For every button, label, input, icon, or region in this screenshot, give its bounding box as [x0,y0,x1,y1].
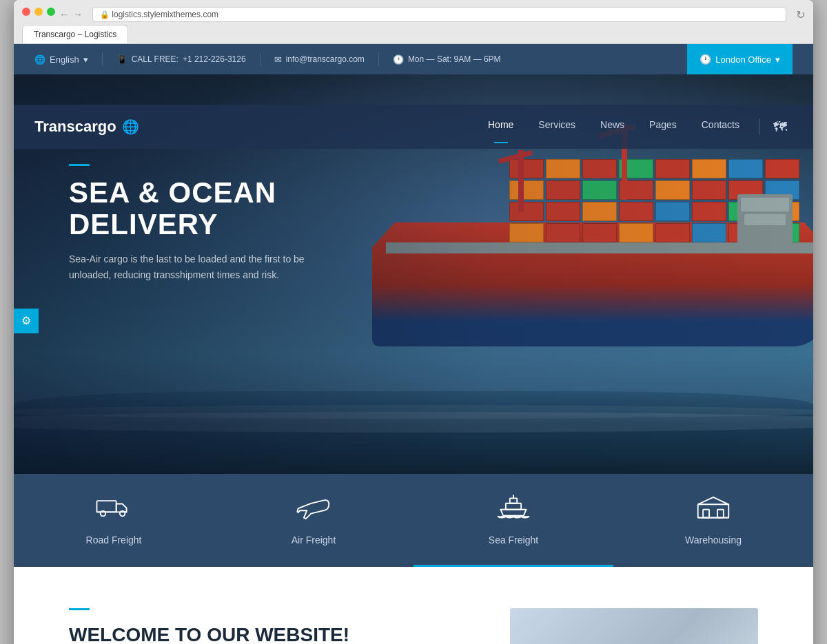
meeting-illustration [510,608,758,644]
office-chevron-icon: ▾ [775,54,780,65]
phone-number: +1 212-226-3126 [183,54,246,64]
divider-1 [102,52,103,66]
lock-icon: 🔒 [100,10,110,19]
services-bar: Road Freight Air Freight [14,474,813,567]
back-arrow[interactable]: ← [59,9,69,20]
svg-rect-11 [703,510,709,518]
logo-text: Transcargo [34,118,116,136]
ship-icon [496,493,531,525]
nav-home[interactable]: Home [477,114,524,141]
browser-tab[interactable]: Transcargo – Logistics [22,25,128,43]
welcome-accent-line [69,608,90,610]
website: 🌐 English ▾ 📱 CALL FREE: +1 212-226-3126… [14,44,813,644]
service-air-freight[interactable]: Air Freight [214,474,414,567]
chevron-down-icon: ▾ [83,54,88,65]
svg-rect-7 [510,498,517,503]
call-label: CALL FREE: [132,54,178,64]
forward-arrow[interactable]: → [73,9,83,20]
air-freight-label: Air Freight [292,534,336,546]
browser-tab-bar: Transcargo – Logistics [22,22,805,43]
hours-contact: 🕐 Mon — Sat: 9AM — 6PM [393,54,501,65]
gear-button[interactable]: ⚙ [14,309,39,333]
nav-pages[interactable]: Pages [638,114,688,141]
truck-icon [96,493,132,525]
nav-links: Home Services News Pages Contacts 🗺 [477,114,793,141]
welcome-title: WELCOME TO OUR WEBSITE! [69,624,469,644]
clock-icon: 🕐 [393,54,404,65]
top-bar: 🌐 English ▾ 📱 CALL FREE: +1 212-226-3126… [14,44,813,74]
divider-2 [260,52,261,66]
phone-contact: 📱 CALL FREE: +1 212-226-3126 [116,54,246,65]
plane-icon [296,493,331,525]
hero-section: ⚙ Transcargo 🌐 Home Services News Pages … [14,74,813,567]
gear-icon: ⚙ [21,314,31,327]
divider-3 [378,52,379,66]
hero-title: SEA & OCEAN DELIVERY [69,177,345,240]
office-btn-wrapper: 🕐 London Office ▾ [687,44,793,74]
nav-news[interactable]: News [589,114,635,141]
svg-rect-6 [506,503,521,510]
service-sea-freight[interactable]: Sea Freight [414,474,613,567]
service-warehousing[interactable]: Warehousing [613,474,813,567]
svg-rect-0 [96,501,116,512]
welcome-text-block: WELCOME TO OUR WEBSITE! Transcargo makes… [69,608,469,644]
welcome-section: WELCOME TO OUR WEBSITE! Transcargo makes… [14,567,813,644]
browser-controls [22,8,55,16]
nav-contacts[interactable]: Contacts [691,114,751,141]
logo[interactable]: Transcargo 🌐 [34,118,139,136]
email-icon: ✉ [274,54,282,65]
phone-icon: 📱 [116,54,127,65]
warehouse-icon [695,493,731,525]
logo-globe-icon: 🌐 [122,118,139,135]
email-address: info@transcargo.com [286,54,365,64]
welcome-image [510,608,758,644]
hero-content: SEA & OCEAN DELIVERY Sea-Air cargo is th… [69,164,345,282]
nav-services[interactable]: Services [527,114,586,141]
main-nav: Transcargo 🌐 Home Services News Pages Co… [14,105,813,149]
hero-body: Sea-Air cargo is the last to be loaded a… [69,251,345,282]
map-icon[interactable]: 🗺 [768,114,793,141]
svg-rect-12 [717,510,724,518]
business-hours: Mon — Sat: 9AM — 6PM [408,54,501,64]
road-freight-label: Road Freight [86,534,142,546]
warehousing-label: Warehousing [685,534,742,546]
globe-icon: 🌐 [34,54,45,65]
office-btn-label: London Office [715,54,771,65]
language-label: English [50,54,79,65]
london-office-button[interactable]: 🕐 London Office ▾ [687,44,793,74]
address-bar[interactable]: 🔒 logistics.stylemixthemes.com [92,7,786,22]
browser-window: ← → 🔒 logistics.stylemixthemes.com ↻ Tra… [14,0,813,644]
browser-chrome: ← → 🔒 logistics.stylemixthemes.com ↻ Tra… [14,0,813,44]
sea-freight-label: Sea Freight [489,534,538,546]
close-dot[interactable] [22,8,30,16]
url-text: logistics.stylemixthemes.com [112,10,218,19]
hero-accent-line [69,164,90,166]
language-selector[interactable]: 🌐 English ▾ [34,54,88,65]
refresh-icon[interactable]: ↻ [796,8,805,21]
maximize-dot[interactable] [47,8,55,16]
service-road-freight[interactable]: Road Freight [14,474,214,567]
nav-divider [759,118,759,135]
email-contact: ✉ info@transcargo.com [274,54,365,65]
office-clock-icon: 🕐 [700,54,711,65]
minimize-dot[interactable] [34,8,43,16]
